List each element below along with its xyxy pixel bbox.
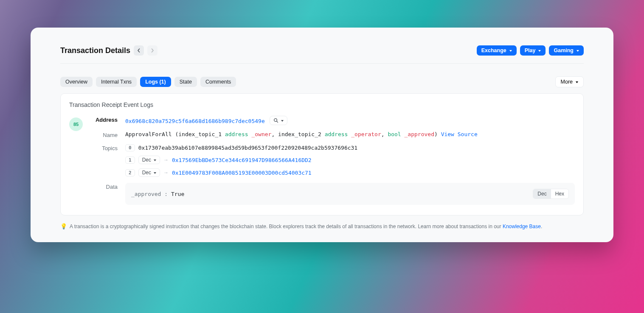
exchange-label: Exchange	[481, 48, 506, 53]
tab-comments[interactable]: Comments	[200, 77, 236, 87]
data-field-value: True	[171, 191, 184, 197]
log-index-badge: 85	[69, 117, 83, 131]
arrow-right-icon: →	[163, 157, 169, 163]
topic-line-1: 1 Dec → 0x17569EbBDe573Ce344c691947D9866…	[125, 156, 575, 164]
data-row: Data _approved : True Dec Hex	[89, 183, 575, 205]
decode-label: Dec	[142, 170, 151, 176]
param2-prefix: index_topic_2	[278, 131, 321, 137]
main-card: Transaction Details Exchange Play Gaming…	[31, 28, 613, 242]
gaming-button[interactable]: Gaming	[549, 45, 584, 56]
chevron-down-icon	[576, 48, 579, 53]
address-link[interactable]: 0x6968c820a7529c5f6a668d1686b989c7dec054…	[125, 118, 265, 124]
dec-toggle[interactable]: Dec	[533, 189, 551, 198]
exchange-button[interactable]: Exchange	[477, 45, 517, 56]
chevron-left-icon	[137, 48, 141, 53]
tab-state[interactable]: State	[174, 77, 197, 87]
decode-dropdown[interactable]: Dec	[138, 156, 160, 164]
chevron-down-icon	[509, 48, 512, 53]
data-label: Data	[89, 183, 125, 190]
address-row: Address 0x6968c820a7529c5f6a668d1686b989…	[89, 116, 575, 125]
more-button[interactable]: More	[555, 76, 584, 87]
play-button[interactable]: Play	[520, 45, 546, 56]
param3-type: bool	[388, 131, 401, 137]
chevron-down-icon	[280, 117, 284, 123]
knowledge-base-link[interactable]: Knowledge Base	[503, 224, 541, 229]
topic-address-link[interactable]: 0x1E0049783F008A0085193E00003D00cd54003c…	[172, 170, 312, 176]
lightbulb-icon: 💡	[60, 223, 67, 229]
topics-label: Topics	[89, 144, 125, 151]
svg-line-1	[277, 121, 278, 123]
chevron-down-icon	[575, 79, 578, 85]
view-source-link[interactable]: View Source	[441, 131, 478, 137]
chevron-down-icon	[537, 48, 541, 53]
search-icon	[273, 118, 278, 123]
dec-hex-segment: Dec Hex	[533, 189, 569, 199]
tab-internal-txns[interactable]: Internal Txns	[96, 77, 137, 87]
footer-period: .	[541, 224, 542, 229]
param1-type: address	[225, 131, 248, 137]
tab-logs[interactable]: Logs (1)	[140, 77, 171, 87]
logs-section-title: Transaction Receipt Event Logs	[69, 101, 575, 108]
gaming-label: Gaming	[554, 48, 574, 53]
chevron-right-icon	[150, 48, 155, 53]
topic-index: 2	[125, 169, 135, 176]
chevron-down-icon	[153, 170, 156, 176]
param2-name: _operator	[351, 131, 381, 137]
param1-name: _owner	[251, 131, 271, 137]
name-row: Name ApprovalForAll (index_topic_1 addre…	[89, 131, 575, 138]
topic-line-0: 0 0x17307eab39ab6107e8899845ad3d59bd9653…	[125, 144, 575, 151]
hex-toggle[interactable]: Hex	[551, 189, 568, 198]
header-row: Transaction Details Exchange Play Gaming	[60, 45, 584, 64]
decode-label: Dec	[142, 157, 151, 163]
more-label: More	[561, 79, 573, 85]
topic-index: 1	[125, 156, 135, 164]
topic-value: 0x17307eab39ab6107e8899845ad3d59bd9653f2…	[138, 145, 358, 151]
topic-line-2: 2 Dec → 0x1E0049783F008A0085193E00003D00…	[125, 168, 575, 177]
param3-name: _approved	[405, 131, 434, 137]
prev-button[interactable]	[134, 45, 144, 56]
name-label: Name	[89, 131, 125, 138]
topics-row: Topics 0 0x17307eab39ab6107e8899845ad3d5…	[89, 144, 575, 177]
chevron-down-icon	[153, 157, 156, 163]
logs-card: Transaction Receipt Event Logs 85 Addres…	[60, 93, 584, 215]
tab-overview[interactable]: Overview	[60, 77, 93, 87]
play-label: Play	[525, 48, 536, 53]
data-box: _approved : True Dec Hex	[125, 183, 575, 205]
next-button[interactable]	[147, 45, 157, 56]
data-field-label: _approved :	[131, 191, 168, 197]
event-fn-name: ApprovalForAll	[125, 131, 172, 137]
decode-dropdown[interactable]: Dec	[138, 168, 160, 177]
tabs-row: Overview Internal Txns Logs (1) State Co…	[60, 76, 584, 87]
footer-text: A transaction is a cryptographically sig…	[70, 224, 503, 229]
filter-dropdown-button[interactable]	[270, 116, 287, 125]
topic-address-link[interactable]: 0x17569EbBDe573Ce344c691947D9866566A416D…	[172, 157, 312, 163]
param1-prefix: index_topic_1	[178, 131, 222, 137]
footer-note: 💡 A transaction is a cryptographically s…	[60, 223, 584, 229]
param2-type: address	[325, 131, 348, 137]
arrow-right-icon: →	[163, 170, 169, 176]
page-title: Transaction Details	[60, 46, 130, 55]
topic-index: 0	[125, 144, 135, 151]
address-label: Address	[89, 116, 125, 123]
